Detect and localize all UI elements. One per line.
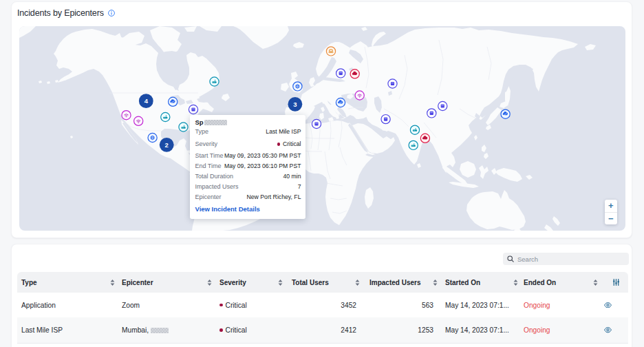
svg-text:4: 4 <box>144 97 149 105</box>
svg-text:2: 2 <box>165 141 169 149</box>
svg-text:3: 3 <box>293 101 297 108</box>
